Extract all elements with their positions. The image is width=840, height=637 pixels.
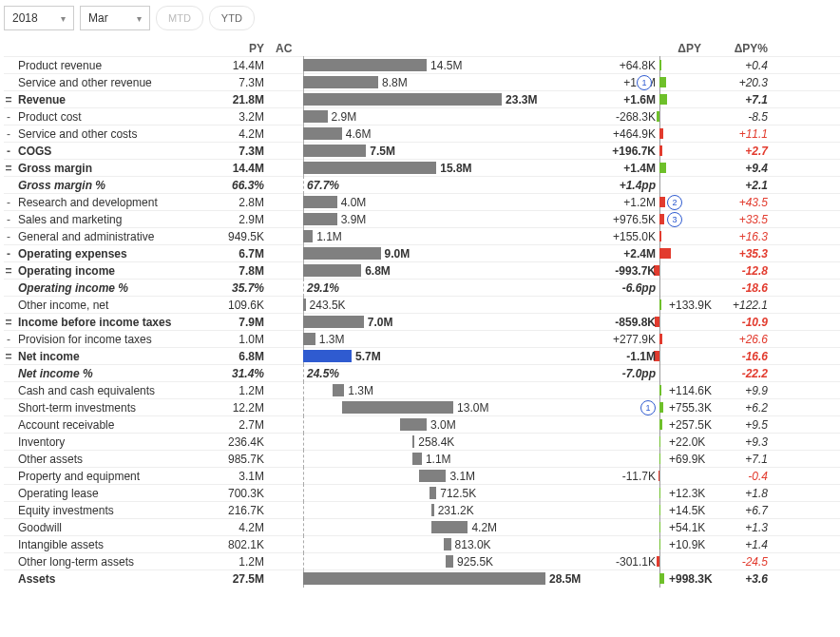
dpy-percent: +1.3 (707, 521, 773, 534)
dpy-value: +10.9K (669, 536, 705, 552)
dpy-value: -1.1M (626, 348, 656, 364)
dpy-bar (659, 505, 660, 515)
dpy-cell: +64.8K (555, 57, 707, 73)
dpy-cell: +998.3K (555, 570, 707, 587)
dpy-bar (659, 471, 659, 481)
chevron-down-icon: ▾ (137, 13, 142, 24)
table-row: -Product cost3.2M2.9M-268.3K-8.5 (4, 107, 840, 125)
dpy-percent: +1.4 (707, 538, 773, 551)
dpy-cell: -6.6pp (555, 280, 707, 296)
dpy-percent: +7.1 (707, 93, 773, 106)
table-row: Other income, net109.6K243.5K+133.9K+122… (4, 296, 840, 313)
year-dropdown[interactable]: 2018 ▾ (4, 6, 74, 30)
dpy-bar (659, 402, 663, 413)
ac-bar (303, 145, 366, 157)
ac-cell: 925.5K (270, 553, 555, 569)
annotation-badge[interactable]: 1 (640, 400, 656, 415)
ac-cell: 13.0M (270, 399, 555, 415)
dpy-cell: +1.6M (555, 91, 707, 107)
row-prefix: - (4, 110, 13, 124)
row-prefix: = (4, 93, 13, 106)
mtd-button[interactable]: MTD (156, 6, 203, 30)
dpy-value: +755.3K (669, 399, 712, 415)
ac-cell: 4.0M (270, 194, 555, 210)
dpy-axis (659, 261, 660, 280)
dpy-value: +54.1K (669, 519, 705, 535)
dpy-percent: +43.5 (707, 196, 773, 209)
ac-value: 4.6M (346, 125, 372, 142)
ac-bar (303, 299, 306, 311)
py-value: 949.5K (203, 230, 270, 243)
dpy-cell: +1.4M (555, 160, 707, 176)
dpy-bar (659, 94, 667, 105)
dpy-cell: +22.0K (555, 434, 707, 450)
dpy-cell: -268.3K (555, 108, 707, 125)
ac-axis (303, 535, 304, 553)
annotation-badge[interactable]: 3 (667, 212, 682, 227)
ac-cell: 3.1M (270, 468, 555, 484)
ac-axis (303, 279, 304, 297)
dpy-value: +464.9K (613, 125, 656, 142)
ac-cell: 8.8M (270, 74, 555, 90)
dpy-cell: +755.3K1 (555, 399, 707, 415)
row-label: Intangible assets (18, 538, 104, 551)
dpy-cell: +257.5K (555, 416, 707, 433)
row-label: Operating income (18, 264, 115, 278)
ac-bar (303, 127, 342, 140)
ac-value: 243.5K (310, 297, 346, 313)
row-prefix: - (4, 247, 13, 261)
row-label: Goodwill (18, 521, 62, 534)
table-row: =Operating income7.8M6.8M-993.7K-12.8 (4, 261, 840, 279)
ac-value: 29.1% (307, 280, 339, 296)
ac-bar (419, 470, 446, 482)
annotation-badge[interactable]: 2 (667, 195, 682, 210)
year-value: 2018 (12, 11, 38, 25)
ac-value: 5.7M (355, 348, 381, 364)
ytd-button[interactable]: YTD (209, 6, 255, 30)
ac-value: 2.9M (332, 108, 357, 125)
ac-bar (431, 521, 468, 533)
dpy-value: +22.0K (669, 434, 705, 450)
dpy-bar (659, 488, 660, 498)
dpy-value: +257.5K (669, 416, 712, 433)
ac-bar (303, 572, 545, 585)
ac-cell: 24.5% (270, 365, 555, 381)
row-label: COGS (18, 145, 51, 158)
row-label: Research and development (18, 196, 158, 209)
row-label: Equity investments (18, 504, 114, 517)
table-row: -Sales and marketing2.9M3.9M+976.5K3+33.… (4, 210, 840, 227)
table-row: Goodwill4.2M4.2M+54.1K+1.3 (4, 518, 840, 535)
month-value: Mar (88, 11, 108, 25)
dpy-axis (659, 176, 660, 194)
dpy-percent: +9.3 (707, 435, 773, 449)
ac-value: 925.5K (457, 553, 493, 569)
row-label: Account receivable (18, 418, 114, 432)
ac-bar (303, 110, 328, 123)
dpy-bar (659, 231, 661, 241)
ac-bar (303, 333, 315, 345)
ac-value: 712.5K (440, 485, 476, 501)
ac-cell: 258.4K (270, 434, 555, 450)
row-label: Revenue (18, 93, 66, 106)
dpy-value: -11.7K (622, 468, 656, 484)
ac-bar (303, 162, 436, 174)
dpy-bar (659, 214, 664, 224)
dpy-value: -7.0pp (622, 365, 656, 381)
dpy-percent: -12.8 (707, 264, 773, 278)
row-label: Operating expenses (18, 247, 127, 261)
annotation-badge[interactable]: 1 (637, 75, 652, 90)
py-value: 6.7M (203, 247, 270, 261)
row-prefix: - (4, 333, 13, 346)
dpy-cell: -859.8K (555, 314, 707, 330)
dpy-cell: +464.9K (555, 125, 707, 142)
dpy-value: +114.6K (669, 382, 712, 398)
ac-cell: 3.0M (270, 416, 555, 433)
ac-axis (303, 433, 304, 451)
row-label: Other long-term assets (18, 555, 134, 569)
ac-bar (303, 59, 427, 71)
ac-cell: 2.9M (270, 108, 555, 125)
month-dropdown[interactable]: Mar ▾ (80, 6, 150, 30)
dpy-value: +2.4M (623, 245, 656, 261)
py-value: 985.7K (203, 453, 270, 466)
table-row: Other assets985.7K1.1M+69.9K+7.1 (4, 450, 840, 467)
